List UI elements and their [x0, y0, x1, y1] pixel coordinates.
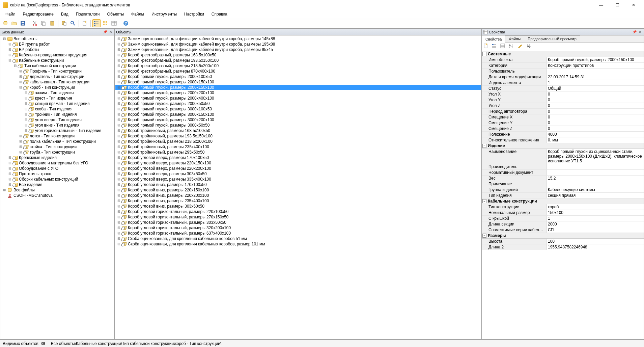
cut-icon[interactable] — [31, 19, 39, 27]
expand-icon[interactable]: ⊞ — [117, 48, 121, 52]
prop-value[interactable] — [547, 181, 644, 187]
expand-icon[interactable]: ⊞ — [19, 145, 23, 149]
collapse-icon[interactable]: − — [482, 52, 486, 56]
tree-node[interactable]: ⊞Сборки кабельных конструкций — [1, 177, 114, 182]
object-item[interactable]: ⊞Короб крестообразный, размеры 218.5х200… — [115, 63, 481, 69]
prop-row[interactable]: Имя объектаКороб прямой глухой, размеры … — [482, 57, 644, 63]
prop-row[interactable]: Период автоповтора0 — [482, 109, 644, 114]
prop-value[interactable]: 22.03.2017 14:59:31 — [547, 74, 644, 80]
expand-icon[interactable]: ⊞ — [117, 145, 121, 149]
object-item[interactable]: ⊞Короб крестообразный, размеры 193.5х150… — [115, 58, 481, 63]
collapse-icon[interactable]: ⊟ — [19, 85, 23, 89]
expand-icon[interactable]: ⊞ — [117, 226, 121, 230]
object-item[interactable]: ⊞Короб крестообразный, размеры 168.5х100… — [115, 52, 481, 58]
prop-value[interactable]: 1 — [547, 80, 644, 85]
prop-row[interactable]: Тип изделиясекция прямая — [482, 193, 644, 198]
tree-node[interactable]: ⊞Оборудование с УГО — [1, 166, 114, 171]
prop-row[interactable]: Примечание — [482, 181, 644, 187]
expand-icon[interactable]: ⊞ — [117, 199, 121, 203]
prop-value[interactable]: 0 — [547, 97, 644, 103]
tree-node[interactable]: ⊞держатель - Тип конструкции — [1, 74, 114, 79]
expand-icon[interactable]: ⊞ — [24, 102, 28, 106]
prop-value[interactable]: Общий — [547, 86, 644, 91]
object-item[interactable]: ⊞Короб крестообразный, размеры 870х400х1… — [115, 69, 481, 74]
prop-row[interactable]: Длина 21955.9487582246948 — [482, 244, 644, 250]
minimize-button[interactable]: ― — [593, 0, 609, 10]
prop-row[interactable]: Угол X0 — [482, 91, 644, 97]
expand-icon[interactable]: ⊞ — [117, 193, 121, 197]
paste-icon[interactable] — [48, 19, 56, 27]
expand-icon[interactable]: ⊞ — [8, 161, 12, 165]
paste-special-icon[interactable] — [60, 19, 68, 27]
expand-icon[interactable]: ⊞ — [117, 139, 121, 143]
tree-node[interactable]: ⊞скоба - Тип изделия — [1, 106, 114, 112]
prop-new-icon[interactable] — [483, 43, 491, 51]
prop-row[interactable]: НаименованиеКороб прямой глухой из оцинк… — [482, 149, 644, 164]
prop-row[interactable]: Тип конструкциикороб — [482, 204, 644, 210]
prop-value[interactable]: Короб прямой глухой, размеры 2000х150х10… — [547, 57, 644, 62]
view-table-icon[interactable] — [110, 19, 118, 27]
prop-value[interactable]: 0 — [547, 114, 644, 120]
prop-value[interactable]: 100 — [547, 239, 644, 244]
prop-row[interactable]: КатегорияКонструкции прототипов — [482, 63, 644, 69]
prop-value[interactable]: 2000 — [547, 221, 644, 227]
prop-row[interactable]: Пользователь — [482, 69, 644, 74]
prop-value[interactable]: СП — [547, 227, 644, 233]
tree-node[interactable]: ⊟короб - Тип конструкции — [1, 85, 114, 90]
expand-icon[interactable]: ⊞ — [117, 53, 121, 57]
expand-icon[interactable]: ⊞ — [117, 42, 121, 46]
menu-вид[interactable]: Вид — [58, 11, 72, 18]
collapse-icon[interactable]: ⊟ — [13, 64, 17, 68]
expand-icon[interactable]: ⊞ — [2, 188, 6, 192]
expand-icon[interactable]: ⊞ — [117, 69, 121, 73]
menu-справка[interactable]: Справка — [208, 11, 231, 18]
object-item[interactable]: ⊞Скоба оцинкованная, для крепления кабел… — [115, 241, 481, 247]
expand-icon[interactable]: ⊞ — [24, 112, 28, 116]
expand-icon[interactable]: ⊞ — [117, 129, 121, 133]
property-grid[interactable]: −СистемныеИмя объектаКороб прямой глухой… — [482, 51, 644, 339]
collapse-icon[interactable]: ⊟ — [8, 58, 12, 62]
pin-icon[interactable]: 📌 — [632, 30, 637, 34]
prop-section-header[interactable]: −Кабельные конструкции — [482, 198, 644, 204]
object-item[interactable]: ⊞Короб угловой горизонтальный, размеры 3… — [115, 225, 481, 231]
tree-node[interactable]: ⊞Все изделия — [1, 182, 114, 187]
expand-icon[interactable]: ⊞ — [117, 102, 121, 106]
prop-value[interactable]: секция прямая — [547, 193, 644, 198]
expand-icon[interactable]: ⊞ — [24, 107, 28, 111]
expand-icon[interactable]: ⊞ — [117, 231, 121, 235]
prop-value[interactable]: 150х100 — [547, 210, 644, 215]
prop-row[interactable]: Смещение X0 — [482, 114, 644, 120]
db-panel-header[interactable]: База данных 📌 ✕ — [0, 29, 114, 35]
prop-value[interactable]: 0 — [547, 109, 644, 114]
expand-icon[interactable]: ⊞ — [117, 204, 121, 208]
expand-icon[interactable]: ⊞ — [117, 91, 121, 95]
find-icon[interactable] — [69, 19, 77, 27]
expand-icon[interactable]: ⊞ — [117, 80, 121, 84]
expand-icon[interactable]: ⊞ — [19, 69, 23, 73]
expand-icon[interactable]: ⊞ — [24, 129, 28, 133]
expand-icon[interactable]: ⊞ — [8, 177, 12, 181]
object-item[interactable]: ⊞Зажим оцинкованный, для фиксации кабеле… — [115, 36, 481, 42]
prop-row[interactable]: Угол Y0 — [482, 97, 644, 103]
prop-row[interactable]: Дата и время модификации22.03.2017 14:59… — [482, 74, 644, 80]
object-item[interactable]: ⊞Короб тройниковый, размеры 235х400х100 — [115, 144, 481, 150]
object-item[interactable]: ⊞Короб угловой горизонтальный, размеры 3… — [115, 220, 481, 225]
expand-icon[interactable]: ⊞ — [117, 134, 121, 138]
menu-инструменты[interactable]: Инструменты — [148, 11, 180, 18]
prop-row[interactable]: Смещение Y0 — [482, 120, 644, 126]
expand-icon[interactable]: ⊞ — [117, 123, 121, 127]
expand-icon[interactable]: ⊞ — [8, 42, 12, 46]
prop-value[interactable] — [547, 164, 644, 169]
object-item[interactable]: ⊞Короб угловой вверх, размеры 335х400х10… — [115, 177, 481, 182]
object-item[interactable]: ⊞Короб прямой глухой, размеры 3000х50х50 — [115, 123, 481, 128]
object-item[interactable]: ⊞Короб угловой горизонтальный, размеры 2… — [115, 209, 481, 214]
expand-icon[interactable]: ⊞ — [117, 96, 121, 100]
view-tree-icon[interactable] — [92, 19, 101, 27]
prop-section-header[interactable]: −Изделие — [482, 143, 644, 149]
expand-icon[interactable]: ⊞ — [117, 161, 121, 165]
object-item[interactable]: ⊞Короб угловой вверх, размеры 220х200х10… — [115, 166, 481, 171]
expand-icon[interactable]: ⊞ — [19, 150, 23, 154]
expand-icon[interactable]: ⊞ — [117, 85, 121, 89]
expand-icon[interactable]: ⊞ — [117, 177, 121, 181]
close-icon[interactable]: ✕ — [108, 30, 113, 34]
